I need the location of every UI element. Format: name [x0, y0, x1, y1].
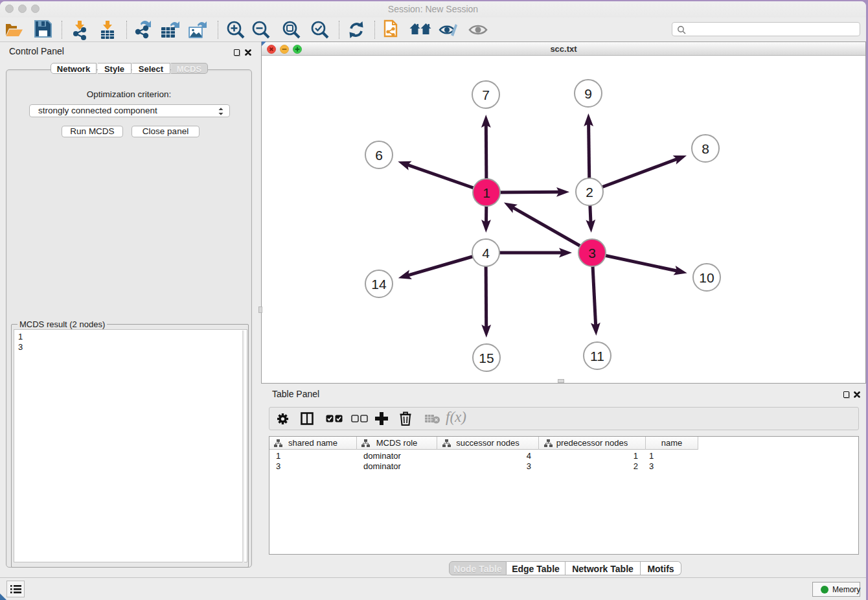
svg-text:9: 9	[584, 86, 592, 101]
svg-text:8: 8	[702, 141, 709, 156]
svg-text:2: 2	[586, 185, 593, 200]
svg-text:14: 14	[371, 277, 387, 292]
svg-text:4: 4	[482, 246, 490, 260]
svg-text:6: 6	[375, 148, 383, 163]
svg-text:3: 3	[588, 246, 596, 260]
svg-text:15: 15	[479, 351, 494, 365]
svg-text:7: 7	[482, 87, 490, 102]
svg-text:10: 10	[699, 270, 714, 285]
svg-text:1: 1	[483, 185, 490, 200]
svg-text:11: 11	[590, 349, 604, 363]
